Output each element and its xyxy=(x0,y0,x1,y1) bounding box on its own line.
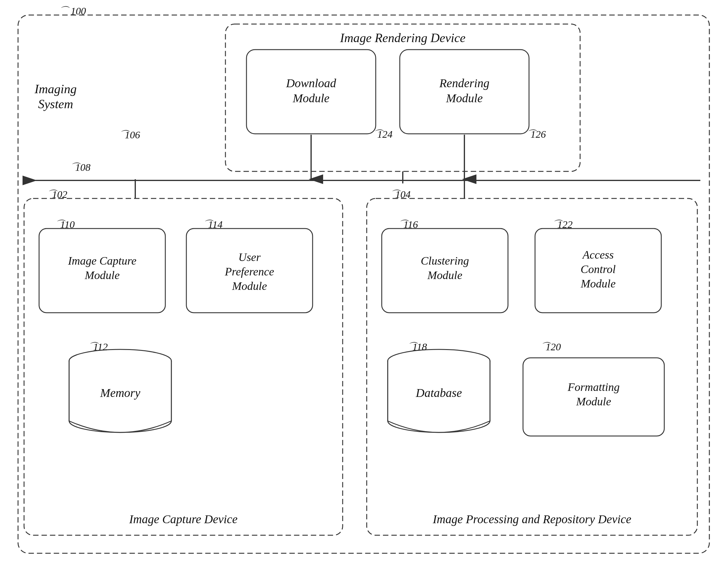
ref-116-curve: ⌒ xyxy=(398,219,409,230)
ref-100-curve: ⌒ xyxy=(59,5,70,17)
label-memory: Memory xyxy=(100,386,140,400)
label-access-3: Module xyxy=(580,277,616,290)
ref-114-curve: ⌒ xyxy=(203,219,214,230)
label-formatting-2: Module xyxy=(576,395,611,408)
ref-126-curve: ⌒ xyxy=(526,129,537,140)
ref-110-curve: ⌒ xyxy=(55,219,66,230)
ref-106-curve: ⌒ xyxy=(119,129,130,140)
ref-102-curve: ⌒ xyxy=(47,189,58,200)
label-img-cap-1: Image Capture xyxy=(68,254,136,267)
label-download-1: Download xyxy=(286,76,337,90)
label-user-pref-1: User xyxy=(238,251,261,263)
ref-112-curve: ⌒ xyxy=(88,341,99,353)
label-database: Database xyxy=(415,386,462,400)
label-formatting-1: Formatting xyxy=(567,381,619,393)
label-imaging-1: Imaging xyxy=(34,82,77,96)
label-access-2: Control xyxy=(581,263,616,275)
label-rendering-1: Rendering xyxy=(439,76,490,90)
label-img-cap-2: Module xyxy=(84,269,120,281)
label-clustering-2: Module xyxy=(427,269,462,281)
ref-120-curve: ⌒ xyxy=(540,341,551,353)
ref-100: 100 xyxy=(71,5,86,17)
label-download-2: Module xyxy=(292,91,329,105)
label-imaging-2: System xyxy=(38,97,73,111)
label-processing-device: Image Processing and Repository Device xyxy=(433,512,632,526)
label-user-pref-3: Module xyxy=(232,279,267,292)
label-capture-device: Image Capture Device xyxy=(129,512,238,526)
ref-108-curve: ⌒ xyxy=(70,162,81,173)
ref-122-curve: ⌒ xyxy=(552,219,563,230)
label-rendering-2: Module xyxy=(446,91,483,105)
ref-124-curve: ⌒ xyxy=(373,129,384,140)
label-user-pref-2: Preference xyxy=(225,265,274,278)
label-access-1: Access xyxy=(582,248,613,261)
label-clustering-1: Clustering xyxy=(421,254,469,267)
ref-118-curve: ⌒ xyxy=(407,341,418,353)
label-image-rendering: Image Rendering Device xyxy=(340,31,465,45)
ref-104-curve: ⌒ xyxy=(390,189,401,200)
